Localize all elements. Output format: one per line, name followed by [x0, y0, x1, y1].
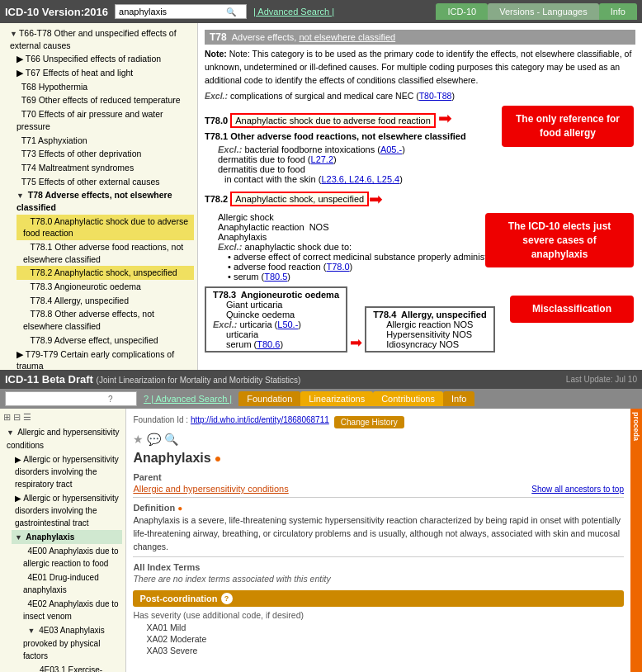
section-header: T78 Adverse effects, not elsewhere class… [205, 30, 635, 45]
tree-item[interactable]: ▶ T66 Unspecified effects of radiation [10, 52, 194, 66]
icd11-body: ⊞ ⊟ ☰ ▼ Allergic and hypersensitivity co… [0, 409, 642, 672]
link-t805[interactable]: T80.5 [264, 272, 287, 282]
change-history-button[interactable]: Change History [334, 416, 404, 428]
tree-item-t79[interactable]: ▶ T79-T79 Certain early complications of… [10, 348, 194, 371]
tree-item-t784[interactable]: T78.4 Allergy, unspecified [17, 294, 194, 308]
post-coord-help-icon[interactable]: ? [221, 593, 233, 604]
entity-title: Anaphylaxis ● [133, 451, 624, 466]
tree-item[interactable]: T71 Asphyxiation [10, 134, 194, 148]
tree-item-t78[interactable]: ▼ T78 Adverse effects, not elsewhere cla… [10, 188, 194, 214]
tree-item-4e00[interactable]: 4E00 Anaphylaxis due to allergic reactio… [20, 544, 122, 570]
foundation-id-link[interactable]: http://id.who.int/icd/entity/1868068711 [191, 415, 329, 424]
t783-sub1: Giant urticaria [226, 300, 339, 310]
star-icon[interactable]: ★ [133, 433, 144, 446]
tree-icon3[interactable]: ☰ [23, 412, 31, 423]
tree-item-anaphylaxis[interactable]: ▼ Anaphylaxis [12, 530, 122, 545]
severity-item-moderate: XA02 Moderate [133, 633, 624, 645]
parent-link[interactable]: Allergic and hypersensitivity conditions [133, 484, 288, 494]
icd11-search-bar: ? [5, 391, 137, 406]
show-ancestors-link[interactable]: Show all ancestors to top [531, 485, 624, 494]
tree-item-t789[interactable]: T78.9 Adverse effect, unspecified [17, 334, 194, 348]
t783-sub2: Quincke oedema [226, 310, 339, 319]
code-entry-t783: T78.3 Angioneurotic oedema Giant urticar… [205, 286, 347, 353]
t781-excl3: dermatitis due to food [218, 164, 635, 174]
parent-row: Allergic and hypersensitivity conditions… [133, 484, 624, 494]
link-t780[interactable]: T78.0 [326, 262, 349, 272]
tree-item[interactable]: ▶ T67 Effects of heat and light [10, 66, 194, 80]
excl-note: Excl.: complications of surgical and med… [205, 90, 635, 103]
tree-item[interactable]: T74 Maltreatment syndromes [10, 161, 194, 175]
callout-bubble-3: Misclassification [510, 296, 634, 323]
tree-item[interactable]: T68 Hypothermia [10, 80, 194, 94]
icd11-right-panel: Foundation Id : http://id.who.int/icd/en… [126, 409, 642, 672]
search-icon[interactable]: 🔍 [226, 7, 236, 17]
icd10-tree: ▼T66-T78 Other and unspecified effects o… [0, 23, 198, 370]
severity-item-mild: XA01 Mild [133, 622, 624, 633]
link-l50[interactable]: L50.- [277, 319, 298, 329]
icd10-advanced-search-link[interactable]: | Advanced Search | [253, 7, 334, 17]
t784-code: T78.4 Allergy, unspecified [373, 310, 487, 319]
tree-item-4e02[interactable]: 4E02 Anaphylaxis due to insect venom [20, 597, 122, 623]
link-t806[interactable]: T80.6 [257, 339, 280, 349]
tab-info11[interactable]: Info [443, 391, 474, 406]
tree-item-t780[interactable]: T78.0 Anaphylactic shock due to adverse … [17, 215, 194, 240]
tab-versions-languages[interactable]: Versions - Languages [488, 3, 598, 20]
collapse-icon[interactable]: ⊟ [13, 412, 21, 423]
excl-link-a05[interactable]: A05.- [380, 144, 402, 154]
tree-item-4e031[interactable]: 4E03.1 Exercise-induced anaphylaxis [36, 663, 122, 673]
tree-item[interactable]: T70 Effects of air pressure and water pr… [10, 107, 194, 133]
callout-arrow-2: ➡ [369, 189, 383, 209]
divider [133, 497, 624, 498]
code-entry-t782: T78.2 Anaphylactic shock, unspecified ➡ [205, 189, 635, 209]
search-help-icon[interactable]: ? [108, 395, 113, 404]
divider2 [133, 556, 624, 557]
tree-item-4e03[interactable]: ▼ 4E03 Anaphylaxis provoked by physical … [20, 623, 122, 663]
icd10-version-title: ICD-10 Version:2016 [5, 6, 108, 18]
excl-link-l272[interactable]: L27.2 [311, 154, 334, 164]
tree-item-gastro[interactable]: ▶ Allergic or hypersensitivity disorders… [12, 491, 122, 530]
has-severity-label: Has severity (use additional code, if de… [133, 610, 624, 620]
search-icon2[interactable]: 🔍 [164, 433, 178, 446]
t784-sub1: Allergic reaction NOS [386, 319, 487, 329]
icd11-search-input[interactable] [9, 394, 108, 404]
t783-excl3: serum (T80.6) [226, 339, 339, 349]
tree-item[interactable]: ▼T66-T78 Other and unspecified effects o… [3, 26, 194, 52]
post-coord-header: Post-coordination ? [133, 590, 624, 607]
callout-arrow-1: ➡ [438, 108, 452, 128]
expand-icon[interactable]: ⊞ [3, 412, 11, 423]
tree-item-t783[interactable]: T78.3 Angioneurotic oedema [17, 280, 194, 294]
tab-contributions[interactable]: Contributions [373, 391, 443, 406]
definition-text: Anaphylaxis is a severe, life-threatenin… [133, 514, 624, 553]
t784-sub2: Hypersensitivity NOS [386, 329, 487, 339]
tab-icd10[interactable]: ICD-10 [436, 3, 488, 20]
icd11-search-row: ? ? | Advanced Search | Foundation Linea… [0, 389, 642, 409]
foundation-id-row: Foundation Id : http://id.who.int/icd/en… [133, 415, 624, 429]
excl-link[interactable]: T80-T88 [419, 91, 452, 101]
orange-dot: ● [215, 452, 221, 465]
proceda-bar[interactable]: proceda [630, 409, 642, 672]
excl-link-l23[interactable]: L23.6, L24.6, L25.4 [321, 174, 399, 184]
tree-item-respiratory[interactable]: ▶ Allergic or hypersensitivity disorders… [12, 452, 122, 491]
section-code: T78 [210, 31, 227, 43]
tree-item-t782[interactable]: T78.2 Anaphylactic shock, unspecified [17, 266, 194, 280]
tree-item-4e01[interactable]: 4E01 Drug-induced anaphylaxis [20, 570, 122, 597]
icd11-section: ICD-11 Beta Draft (Joint Linearization f… [0, 370, 642, 672]
tab-info[interactable]: Info [599, 3, 637, 20]
icd11-advanced-search-link[interactable]: ? | Advanced Search | [144, 394, 232, 404]
tree-item-t781[interactable]: T78.1 Other adverse food reactions, not … [17, 240, 194, 266]
icd10-header: ICD-10 Version:2016 🔍 | Advanced Search … [0, 0, 642, 23]
icd11-content: Foundation Id : http://id.who.int/icd/en… [126, 409, 630, 672]
tree-item-t788[interactable]: T78.8 Other adverse effects, not elsewhe… [17, 307, 194, 333]
icd10-search-input[interactable] [119, 7, 226, 17]
tab-linearizations[interactable]: Linearizations [300, 391, 373, 406]
tree-item[interactable]: T73 Effects of other deprivation [10, 147, 194, 161]
icd10-section: ICD-10 Version:2016 🔍 | Advanced Search … [0, 0, 642, 370]
code-entry-t784: T78.4 Allergy, unspecified Allergic reac… [365, 306, 495, 353]
tree-item[interactable]: T75 Effects of other external causes [10, 175, 194, 189]
t783-excl2: urticaria [226, 329, 339, 339]
tree-item-allergic[interactable]: ▼ Allergic and hypersensitivity conditio… [3, 425, 122, 452]
chat-icon[interactable]: 💬 [147, 433, 161, 446]
content-icons-row: ★ 💬 🔍 [133, 433, 624, 446]
tree-item[interactable]: T69 Other effects of reduced temperature [10, 93, 194, 107]
tab-foundation[interactable]: Foundation [238, 391, 300, 406]
